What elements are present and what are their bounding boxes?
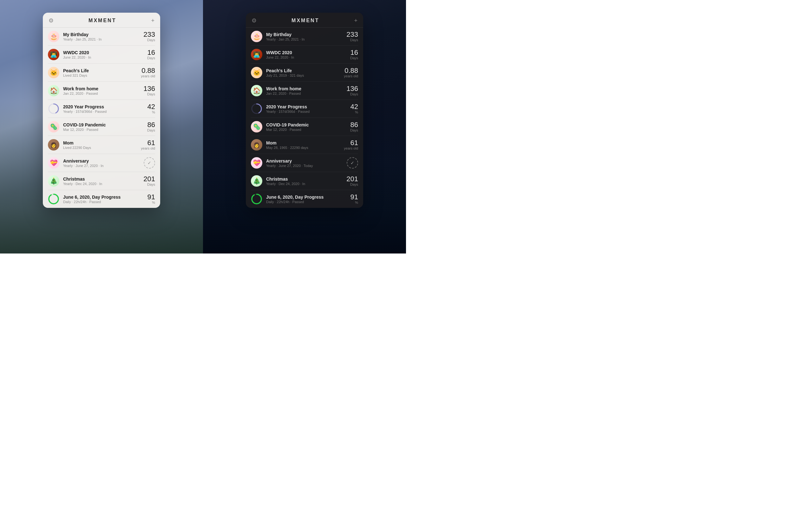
covid-info: COVID-19 Pandemic Mar 12, 2020 · Passed	[266, 122, 346, 131]
year-progress-sub: Yearly · 157d/366d · Passed	[266, 110, 347, 113]
work-icon: 🏠	[251, 85, 262, 96]
christmas-name: Christmas	[266, 176, 343, 181]
svg-point-3	[49, 194, 58, 204]
peach-number: 0.88	[141, 67, 155, 74]
event-row-christmas[interactable]: 🎄 Christmas Yearly · Dec 24, 2020 · In 2…	[246, 172, 363, 190]
work-number: 136	[143, 85, 155, 92]
event-row-birthday[interactable]: 🎂 My Birthday Yearly · Jan 25, 2021 · In…	[43, 27, 160, 45]
wwdc-number: 16	[147, 49, 155, 56]
birthday-icon: 🎂	[251, 31, 262, 42]
event-row-peach[interactable]: 🐱 Peach's Life July 21, 2019 · 321 days …	[246, 64, 363, 81]
event-row-peach[interactable]: 🐱 Peach's Life Lived 321 Days 0.88 years…	[43, 64, 160, 81]
night-background: ⚙ MXMENT + 🎂 My Birthday Yearly · Jan 25…	[203, 0, 406, 253]
event-row-work[interactable]: 🏠 Work from home Jan 22, 2020 · Passed 1…	[43, 82, 160, 100]
event-row-year-progress[interactable]: 2020 Year Progress Yearly · 157d/366d · …	[43, 100, 160, 118]
covid-sub: Mar 12, 2020 · Passed	[63, 128, 143, 131]
anniversary-emoji-icon: 💝	[251, 157, 262, 169]
mom-number: 61	[141, 139, 155, 147]
wwdc-avatar-icon: 👨‍💻	[48, 49, 59, 60]
mom-value: 61 years old	[344, 139, 358, 150]
birthday-info: My Birthday Yearly · Jan 25, 2021 · In	[63, 32, 140, 41]
year-progress-name: 2020 Year Progress	[266, 104, 347, 109]
day-progress-name: June 6, 2020, Day Progress	[63, 194, 144, 200]
event-list-light: 🎂 My Birthday Yearly · Jan 25, 2021 · In…	[43, 27, 160, 208]
event-row-year-progress[interactable]: 2020 Year Progress Yearly · 157d/366d · …	[246, 100, 363, 118]
event-row-day-progress[interactable]: June 6, 2020, Day Progress Daily · 22h/2…	[246, 190, 363, 208]
christmas-value: 201 Days	[346, 176, 358, 186]
mom-sub: Lived 22290 Days	[63, 146, 137, 150]
anniversary-name: Anniversary	[266, 158, 343, 164]
event-row-day-progress[interactable]: June 6, 2020, Day Progress Daily · 22h/2…	[43, 190, 160, 208]
work-info: Work from home Jan 22, 2020 · Passed	[266, 86, 343, 95]
work-name: Work from home	[63, 86, 140, 91]
peach-unit: years old	[141, 74, 155, 78]
anniversary-sub: Yearly · June 27, 2020 · Today	[266, 164, 343, 168]
mom-unit: years old	[344, 147, 358, 150]
mom-info: Mom May 28, 1965 · 22290 days	[266, 140, 340, 150]
anniversary-sub: Yearly · June 27, 2020 · In	[63, 164, 140, 168]
peach-avatar-icon: 🐱	[48, 67, 59, 78]
wwdc-value: 16 Days	[147, 49, 155, 60]
christmas-info: Christmas Yearly · Dec 24, 2020 · In	[63, 176, 140, 186]
peach-sub: July 21, 2019 · 321 days	[266, 73, 340, 77]
event-row-birthday[interactable]: 🎂 My Birthday Yearly · Jan 25, 2021 · In…	[246, 27, 363, 45]
covid-icon: 🦠	[48, 121, 59, 132]
event-row-work[interactable]: 🏠 Work from home Jan 22, 2020 · Passed 1…	[246, 82, 363, 100]
mom-avatar-icon: 👩	[48, 139, 59, 151]
peach-info: Peach's Life July 21, 2019 · 321 days	[266, 68, 340, 77]
event-row-mom[interactable]: 👩 Mom May 28, 1965 · 22290 days 61 years…	[246, 136, 363, 154]
birthday-icon: 🎂	[48, 31, 59, 42]
day-progress-number: 91	[351, 193, 358, 201]
birthday-unit: Days	[346, 38, 358, 42]
peach-info: Peach's Life Lived 321 Days	[63, 68, 137, 77]
event-row-covid[interactable]: 🦠 COVID-19 Pandemic Mar 12, 2020 · Passe…	[43, 118, 160, 135]
covid-sub: Mar 12, 2020 · Passed	[266, 128, 346, 131]
wwdc-unit: Days	[147, 56, 155, 60]
event-row-anniversary[interactable]: 💝 Anniversary Yearly · June 27, 2020 · I…	[43, 154, 160, 172]
peach-sub: Lived 321 Days	[63, 73, 137, 77]
event-row-covid[interactable]: 🦠 COVID-19 Pandemic Mar 12, 2020 · Passe…	[246, 118, 363, 135]
mom-value: 61 years old	[141, 139, 155, 150]
anniversary-check-icon: ✓	[144, 157, 155, 169]
anniversary-info: Anniversary Yearly · June 27, 2020 · In	[63, 158, 140, 168]
work-value: 136 Days	[143, 85, 155, 96]
work-number: 136	[346, 85, 358, 92]
birthday-unit: Days	[143, 38, 155, 42]
day-progress-value: 91 %	[148, 193, 155, 205]
day-progress-number: 91	[148, 193, 155, 201]
anniversary-emoji-icon: 💝	[48, 157, 59, 169]
year-progress-number: 42	[351, 103, 358, 110]
year-progress-info: 2020 Year Progress Yearly · 157d/366d · …	[63, 104, 144, 113]
event-row-anniversary[interactable]: 💝 Anniversary Yearly · June 27, 2020 · T…	[246, 154, 363, 172]
event-row-christmas[interactable]: 🎄 Christmas Yearly · Dec 24, 2020 · In 2…	[43, 172, 160, 190]
widget-header-light: ⚙ MXMENT +	[43, 13, 160, 27]
event-row-wwdc[interactable]: 👨‍💻 WWDC 2020 June 22, 2020 · In 16 Days	[43, 46, 160, 63]
event-list-dark: 🎂 My Birthday Yearly · Jan 25, 2021 · In…	[246, 27, 363, 208]
covid-unit: Days	[147, 128, 155, 132]
christmas-icon: 🎄	[251, 175, 262, 187]
mom-name: Mom	[266, 140, 340, 146]
birthday-name: My Birthday	[63, 32, 140, 37]
dark-widget: ⚙ MXMENT + 🎂 My Birthday Yearly · Jan 25…	[246, 13, 363, 208]
add-icon-dark[interactable]: +	[354, 17, 357, 24]
year-progress-unit: %	[351, 110, 358, 114]
birthday-name: My Birthday	[266, 32, 343, 37]
work-name: Work from home	[266, 86, 343, 91]
settings-icon-dark[interactable]: ⚙	[252, 17, 257, 24]
anniversary-check-icon: ✓	[347, 157, 358, 169]
christmas-info: Christmas Yearly · Dec 24, 2020 · In	[266, 176, 343, 186]
event-row-wwdc[interactable]: 👨‍💻 WWDC 2020 June 22, 2020 · In 16 Days	[246, 46, 363, 63]
christmas-number: 201	[346, 176, 358, 182]
year-progress-icon	[48, 103, 59, 114]
anniversary-name: Anniversary	[63, 158, 140, 164]
event-row-mom[interactable]: 👩 Mom Lived 22290 Days 61 years old	[43, 136, 160, 154]
settings-icon-light[interactable]: ⚙	[49, 17, 54, 24]
christmas-unit: Days	[143, 182, 155, 186]
add-icon-light[interactable]: +	[151, 17, 154, 24]
work-unit: Days	[346, 92, 358, 96]
christmas-sub: Yearly · Dec 24, 2020 · In	[266, 182, 343, 186]
day-progress-icon	[251, 193, 262, 205]
wwdc-name: WWDC 2020	[63, 50, 143, 55]
app-title-dark: MXMENT	[292, 18, 319, 23]
mom-info: Mom Lived 22290 Days	[63, 140, 137, 150]
